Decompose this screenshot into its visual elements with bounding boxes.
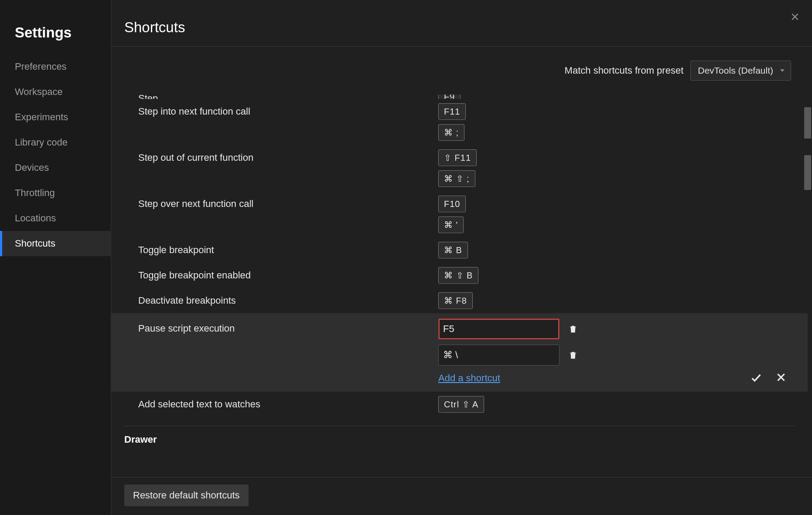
close-icon[interactable]: ✕ (790, 10, 800, 24)
shortcut-row-deactivate-breakpoints: Deactivate breakpoints ⌘ F8 (124, 288, 795, 313)
key-badge: ⌘ B (438, 242, 468, 258)
shortcut-label: Step (124, 95, 438, 99)
settings-window: Settings Preferences Workspace Experimen… (0, 0, 812, 515)
shortcut-row-step-into: Step into next function call F11 ⌘ ; (124, 99, 795, 145)
preset-select[interactable]: DevTools (Default) (690, 61, 791, 81)
preset-row: Match shortcuts from preset DevTools (De… (111, 47, 812, 95)
scrollbar[interactable] (803, 107, 812, 480)
shortcut-input-row: ⌘ \ (438, 345, 579, 366)
cancel-icon[interactable] (775, 372, 787, 386)
shortcut-label: Toggle breakpoint (124, 242, 438, 256)
key-badge: ⌘ ' (438, 217, 464, 233)
trash-icon[interactable] (568, 324, 579, 334)
shortcut-row-toggle-breakpoint-enabled: Toggle breakpoint enabled ⌘ ⇧ B (124, 263, 795, 288)
preset-selected-value: DevTools (Default) (698, 65, 773, 75)
key-badge: ⌘ ⇧ ; (438, 170, 475, 187)
shortcut-keys: ⌘ F8 (438, 292, 795, 309)
sidebar-item-experiments[interactable]: Experiments (0, 105, 111, 130)
scrollbar-thumb[interactable] (804, 155, 811, 190)
header: Shortcuts (111, 0, 812, 47)
scrollbar-thumb[interactable] (804, 107, 811, 139)
shortcut-input-2[interactable]: ⌘ \ (438, 345, 560, 366)
shortcut-label: Toggle breakpoint enabled (124, 267, 438, 281)
sidebar-item-locations[interactable]: Locations (0, 206, 111, 231)
key-badge: ⇧ F11 (438, 149, 477, 166)
shortcut-row-step-out: Step out of current function ⇧ F11 ⌘ ⇧ ; (124, 145, 795, 191)
shortcut-row-step: Step F9 (124, 95, 795, 99)
sidebar-item-workspace[interactable]: Workspace (0, 79, 111, 105)
sidebar-item-devices[interactable]: Devices (0, 155, 111, 180)
shortcut-input-row: F5 (438, 318, 579, 339)
sidebar-item-preferences[interactable]: Preferences (0, 54, 111, 79)
shortcut-label: Step over next function call (124, 196, 438, 210)
key-badge: ⌘ ; (438, 124, 464, 141)
shortcuts-scroll[interactable]: Step F9 Step into next function call F11… (111, 95, 808, 477)
edit-actions (750, 372, 787, 386)
shortcut-keys: F10 ⌘ ' (438, 196, 795, 233)
shortcut-edit-row-pause: Pause script execution F5 (111, 313, 808, 392)
shortcut-edit-inputs: F5 ⌘ \ (438, 318, 579, 384)
sidebar-title: Settings (0, 16, 111, 54)
key-badge: F10 (438, 196, 466, 212)
key-badge: ⌘ ⇧ B (438, 267, 478, 284)
shortcut-keys: ⌘ B (438, 242, 795, 258)
key-badge: ⌘ F8 (438, 292, 473, 309)
key-badge: F9 (438, 95, 461, 99)
sidebar-item-throttling[interactable]: Throttling (0, 180, 111, 206)
shortcut-keys: Ctrl ⇧ A (438, 396, 795, 413)
shortcut-keys: F9 (438, 95, 795, 99)
shortcut-keys: ⌘ ⇧ B (438, 267, 795, 284)
shortcut-label: Pause script execution (124, 318, 438, 334)
section-title-drawer: Drawer (124, 434, 795, 445)
restore-defaults-button[interactable]: Restore default shortcuts (124, 485, 249, 506)
section-divider (124, 426, 795, 426)
shortcut-keys: F11 ⌘ ; (438, 103, 795, 141)
shortcut-label: Step out of current function (124, 149, 438, 163)
sidebar-item-shortcuts[interactable]: Shortcuts (0, 231, 111, 256)
main-panel: ✕ Shortcuts Match shortcuts from preset … (111, 0, 812, 515)
sidebar: Settings Preferences Workspace Experimen… (0, 0, 111, 515)
shortcut-row-toggle-breakpoint: Toggle breakpoint ⌘ B (124, 237, 795, 263)
shortcut-label: Step into next function call (124, 103, 438, 117)
key-badge: Ctrl ⇧ A (438, 396, 484, 413)
preset-label: Match shortcuts from preset (565, 65, 684, 76)
trash-icon[interactable] (568, 350, 579, 360)
shortcut-label: Deactivate breakpoints (124, 292, 438, 306)
shortcut-keys: ⇧ F11 ⌘ ⇧ ; (438, 149, 795, 187)
sidebar-item-library-code[interactable]: Library code (0, 130, 111, 155)
shortcut-row-add-watches: Add selected text to watches Ctrl ⇧ A (124, 392, 795, 417)
add-shortcut-link[interactable]: Add a shortcut (438, 373, 579, 384)
confirm-icon[interactable] (750, 372, 762, 386)
footer: Restore default shortcuts (111, 477, 812, 515)
shortcut-input-1[interactable]: F5 (438, 318, 560, 339)
shortcut-label: Add selected text to watches (124, 396, 438, 410)
shortcut-row-step-over: Step over next function call F10 ⌘ ' (124, 191, 795, 237)
shortcut-list: Step F9 Step into next function call F11… (111, 95, 808, 445)
key-badge: F11 (438, 103, 466, 120)
page-title: Shortcuts (124, 19, 799, 36)
